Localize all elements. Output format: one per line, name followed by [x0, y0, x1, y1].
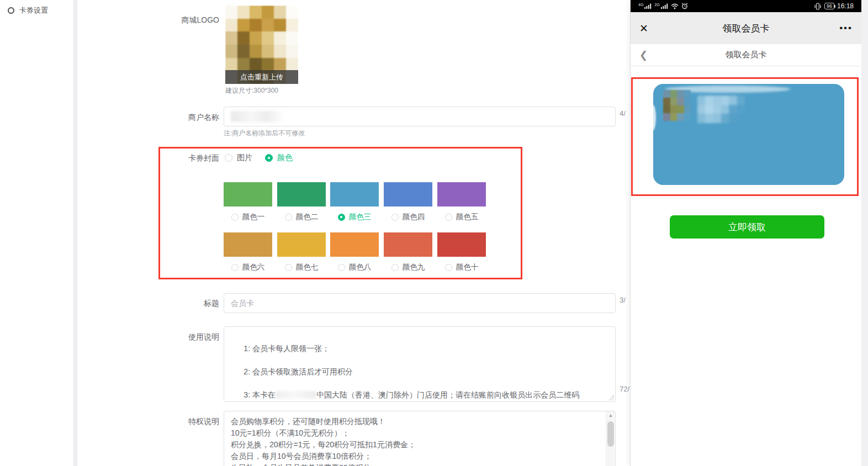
color-swatch[interactable]: [277, 232, 326, 257]
color-option: 颜色九: [384, 232, 432, 272]
page-sub-header: ❮ 领取会员卡: [631, 44, 861, 66]
usage-label: 使用说明: [77, 332, 219, 342]
color-swatch[interactable]: [384, 232, 432, 257]
page-sub-title: 领取会员卡: [631, 50, 861, 60]
cover-option-color-label: 颜色: [277, 153, 293, 163]
claim-now-button[interactable]: 立即领取: [670, 215, 824, 239]
color-radio[interactable]: 颜色四: [384, 212, 432, 222]
page: 卡券设置 商城LOGO 点击重新上传 建议尺寸:300*300 商户名称 注:商…: [0, 0, 868, 466]
color-swatch[interactable]: [330, 182, 379, 206]
color-label: 颜色一: [242, 212, 265, 222]
textarea-resize-handle[interactable]: [608, 395, 614, 400]
logo-upload[interactable]: 点击重新上传: [225, 6, 298, 84]
color-radio[interactable]: 颜色九: [384, 262, 432, 272]
wechat-nav-title: 领取会员卡: [631, 22, 861, 35]
color-radio[interactable]: 颜色六: [224, 262, 272, 272]
color-swatch[interactable]: [437, 232, 486, 257]
radio-icon: [285, 264, 292, 271]
merchant-name-input[interactable]: [224, 107, 616, 126]
color-radio[interactable]: 颜色七: [277, 262, 326, 272]
page-scrollbar-track[interactable]: [861, 0, 868, 466]
color-option: 颜色四: [384, 182, 432, 222]
color-label: 颜色七: [296, 262, 319, 272]
radio-icon: [265, 154, 273, 162]
censored-card-logo: [663, 90, 691, 121]
radio-icon: [445, 264, 452, 271]
color-swatch[interactable]: [330, 232, 379, 257]
sidebar-item-card-settings[interactable]: 卡券设置: [8, 6, 48, 15]
radio-circle-icon: [8, 7, 14, 14]
censored-brand-name: [276, 391, 316, 399]
radio-icon: [225, 154, 232, 162]
textarea-scrollbar[interactable]: ▲: [606, 411, 615, 466]
radio-icon: [338, 214, 345, 221]
color-option: 颜色七: [277, 232, 326, 272]
vibrate-icon: [814, 3, 822, 10]
color-label: 颜色二: [296, 212, 319, 222]
sidebar-divider: [73, 0, 77, 466]
color-label: 颜色五: [456, 212, 479, 222]
back-chevron-icon[interactable]: ❮: [639, 49, 648, 61]
color-swatch[interactable]: [224, 182, 272, 206]
color-label: 颜色六: [242, 262, 265, 272]
color-radio[interactable]: 颜色五: [437, 212, 486, 222]
alarm-clock-icon: [681, 3, 688, 9]
usage-line: 2: 会员卡领取激活后才可用积分: [244, 367, 353, 376]
color-option: 颜色一: [224, 182, 272, 222]
radio-icon: [391, 214, 399, 221]
2g-label: 2G: [654, 3, 659, 7]
logo-size-hint: 建议尺寸:300*300: [225, 86, 278, 96]
usage-textarea[interactable]: 1: 会员卡每人限领一张； 2: 会员卡领取激活后才可用积分 3: 本卡在中国大…: [224, 326, 616, 402]
wifi-icon: [671, 3, 679, 9]
censored-card-text: [697, 96, 745, 123]
merchant-char-counter: 4/: [620, 109, 626, 118]
signal-bars-icon: [661, 3, 668, 9]
battery-icon: 96: [824, 3, 834, 9]
color-option: 颜色五: [437, 182, 486, 222]
color-radio[interactable]: 颜色十: [437, 262, 486, 272]
scrollbar-thumb[interactable]: [607, 421, 614, 447]
radio-icon: [231, 264, 239, 271]
radio-icon: [285, 214, 292, 221]
color-option: 颜色十: [437, 232, 486, 272]
color-label: 颜色九: [403, 262, 425, 272]
color-radio[interactable]: 颜色八: [330, 262, 379, 272]
title-input[interactable]: 会员卡: [224, 293, 616, 313]
scroll-up-arrow-icon[interactable]: ▲: [606, 411, 615, 420]
color-radio[interactable]: 颜色三: [330, 212, 379, 222]
color-label: 颜色三: [349, 212, 372, 222]
color-radio[interactable]: 颜色二: [277, 212, 326, 222]
title-char-counter: 3/: [620, 296, 626, 304]
color-swatch[interactable]: [437, 182, 486, 206]
more-menu-icon[interactable]: •••: [839, 23, 853, 34]
radio-icon: [338, 264, 345, 271]
membership-card-preview: [653, 84, 844, 185]
battery-percent: 96: [827, 3, 832, 9]
phone-status-bar: 4G 2G 96 16:18: [631, 0, 861, 12]
color-option: 颜色八: [330, 232, 379, 272]
color-swatch[interactable]: [384, 182, 432, 206]
signal-bars-icon: [644, 3, 652, 9]
4g-label: 4G: [638, 3, 643, 7]
card-settings-form: 商城LOGO 点击重新上传 建议尺寸:300*300 商户名称 注:商户名称添加…: [77, 0, 630, 466]
privilege-textarea[interactable]: 会员购物享积分，还可随时使用积分抵现哦！ 10元=1积分（不满10元无积分）； …: [224, 411, 616, 466]
radio-icon: [391, 264, 399, 271]
color-label: 颜色四: [403, 212, 425, 222]
color-swatch[interactable]: [224, 232, 272, 257]
color-radio[interactable]: 颜色一: [224, 212, 272, 222]
color-option: 颜色二: [277, 182, 326, 222]
usage-line: 1: 会员卡每人限领一张；: [244, 344, 330, 353]
usage-char-counter: 72/: [620, 385, 629, 393]
logo-label: 商城LOGO: [77, 15, 219, 25]
usage-line: 3: 本卡在: [244, 390, 276, 399]
usage-line: 中国大陆（香港、澳门除外）门店使用；请在结账前向收银员出示会员二维码: [316, 390, 579, 399]
radio-icon: [445, 214, 452, 221]
cover-option-image[interactable]: 图片: [225, 153, 252, 163]
reupload-overlay-button[interactable]: 点击重新上传: [225, 70, 298, 84]
color-swatch[interactable]: [277, 182, 326, 206]
cover-option-color[interactable]: 颜色: [265, 153, 293, 163]
censored-merchant-value: [231, 111, 282, 122]
color-label: 颜色八: [349, 262, 372, 272]
color-label: 颜色十: [456, 262, 479, 272]
close-icon[interactable]: ✕: [639, 23, 648, 34]
